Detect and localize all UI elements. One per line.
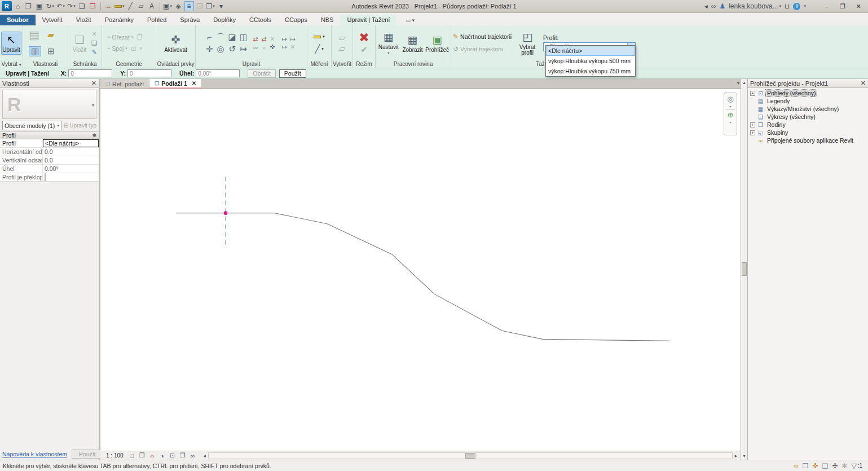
pick-path-button[interactable]: ↺ Vybrat trajektorii	[453, 44, 512, 54]
finish-edit-mode-icon[interactable]: ✔	[360, 45, 368, 54]
steering-wheel-icon[interactable]: ◎	[727, 95, 733, 103]
wall-joins-icon[interactable]: ⊡	[129, 45, 138, 53]
tag-icon[interactable]: ▱	[136, 1, 146, 11]
tab-nbs[interactable]: NBS	[314, 15, 341, 25]
chevron-down-icon[interactable]: ▾	[729, 104, 731, 108]
flip-button[interactable]: Obrátit	[248, 69, 276, 78]
tree-item-skupiny[interactable]: + ◱ Skupiny	[750, 129, 868, 137]
vertical-scrollbar[interactable]: ▴ ▾	[741, 79, 747, 460]
measure-icon[interactable]: ╱	[126, 1, 135, 11]
filter-icon[interactable]: ▽	[851, 462, 856, 470]
print-icon[interactable]: ❑	[77, 1, 87, 11]
sync-icon[interactable]: ↻▾	[45, 1, 55, 11]
delete-icon[interactable]: ✕	[288, 43, 297, 51]
dropdown-option-vykop-500[interactable]: výkop:Hloubka výkopu 500 mm	[546, 56, 635, 66]
pin-section-icon[interactable]: ✱	[92, 133, 96, 138]
expand-icon[interactable]: +	[750, 91, 755, 96]
properties-palette-icon[interactable]: ▤	[29, 30, 46, 39]
mirror-pick-axis-icon[interactable]: ◪	[228, 33, 236, 42]
activate-controls-button[interactable]: ✜ Aktivovat	[160, 33, 192, 53]
properties-apply-button[interactable]: Použít	[72, 450, 103, 459]
family-types-icon[interactable]: ▥	[29, 46, 41, 56]
pin-element-icon[interactable]: ✜	[268, 43, 277, 51]
type-properties-icon[interactable]: ⊞	[47, 47, 62, 56]
horizontal-scrollbar[interactable]: ◂ ▸	[201, 452, 739, 460]
tree-item-vykazy[interactable]: ▦ Výkazy/Množství (všechny)	[750, 105, 868, 113]
crop-view-icon[interactable]: ⊡	[169, 452, 177, 459]
cut-geometry-button[interactable]: ◔ Ořezat ▾ ❒	[107, 32, 144, 42]
trim-single-icon[interactable]: ↦	[288, 35, 297, 43]
open-icon[interactable]: ❐	[24, 1, 33, 11]
edit-type-button[interactable]: ⊞ Upravit typ	[64, 122, 96, 129]
sun-path-icon[interactable]: ☼	[148, 452, 156, 459]
scroll-up-icon[interactable]: ▴	[741, 79, 747, 86]
minimize-button[interactable]: –	[821, 2, 833, 11]
thin-lines-icon[interactable]: ≡	[184, 1, 194, 11]
zoom-icon[interactable]: ⊕	[728, 111, 734, 119]
scroll-right-icon[interactable]: ▸	[733, 453, 739, 459]
x-input[interactable]: 0	[68, 69, 112, 77]
properties-header[interactable]: Vlastnosti ✕	[0, 79, 99, 88]
text-icon[interactable]: A	[147, 1, 157, 11]
tab-sprava[interactable]: Správa	[173, 15, 206, 25]
scroll-left-icon[interactable]: ◂	[201, 453, 208, 459]
tab-cctools[interactable]: CCtools	[243, 15, 278, 25]
home-icon[interactable]: ⌂	[13, 1, 23, 11]
filter-combo[interactable]: Obecné modely (1) ▾	[2, 121, 61, 130]
properties-help-link[interactable]: Nápověda k vlastnostem	[2, 451, 67, 457]
visual-style-icon[interactable]: ❒	[138, 452, 146, 459]
cancel-edit-mode-icon[interactable]: ✖	[359, 32, 369, 44]
coping-icon[interactable]: ❒	[135, 33, 144, 42]
tab-ccapps[interactable]: CCapps	[278, 15, 314, 25]
dropdown-option-vykop-750[interactable]: výkop:Hloubka výkopu 750 mm	[546, 66, 635, 76]
account-menu[interactable]: lenka.koubova...▾	[729, 2, 781, 10]
measure-dropdown-button[interactable]: ╱ ▾	[315, 44, 324, 54]
sketch-path-button[interactable]: ✎ Načrtnout trajektorii	[453, 32, 512, 42]
customize-qat-icon[interactable]: ▾	[217, 1, 226, 11]
trim-extend-icon[interactable]: ↦	[240, 45, 248, 54]
tab-doplnky[interactable]: Doplňky	[206, 15, 243, 25]
trim-corner-icon[interactable]: ↦	[280, 35, 289, 43]
trim-multiple-icon[interactable]: ↦	[280, 43, 289, 51]
modify-button[interactable]: ↖ Upravit	[1, 32, 21, 55]
save-icon[interactable]: ▣	[34, 1, 44, 11]
set-workplane-button[interactable]: ▦ Nastavit ▾	[377, 30, 400, 56]
paste-button[interactable]: ❑ Vložit	[71, 33, 88, 53]
close-icon[interactable]: ✕	[861, 80, 866, 87]
property-value-angle[interactable]: 0.00°	[43, 165, 99, 173]
join-geometry-button[interactable]: ◔ Spoj ▾ ⊡ ▾	[107, 43, 142, 54]
scale-button[interactable]: 1 : 100	[104, 452, 126, 459]
crop-region-visibility-icon[interactable]: ❐	[179, 452, 187, 459]
split-with-gap-icon[interactable]: ⇄	[259, 35, 268, 43]
pdf-export-icon[interactable]: ❒	[88, 1, 98, 11]
view-tab-ref-podlazi[interactable]: ❐ Ref. podlaží	[100, 79, 149, 89]
restore-button[interactable]: ❐	[836, 2, 849, 11]
redo-icon[interactable]: ↷▾	[67, 1, 76, 11]
view-tab-podlazi-1[interactable]: ❐ Podlaží 1 ✕	[149, 79, 201, 89]
aligned-dimension-icon[interactable]: ↔	[104, 1, 113, 11]
worksharing-display-icon[interactable]: ∞	[794, 462, 799, 470]
dimension-dropdown-button[interactable]: ▾	[314, 32, 325, 42]
offset-icon[interactable]: ⌒	[217, 33, 225, 42]
cut-icon[interactable]: ✕	[90, 30, 99, 38]
create-similar-icon[interactable]: ▱	[339, 44, 346, 53]
match-type-icon[interactable]: ✎	[90, 48, 99, 56]
tab-upravit-tazeni[interactable]: Upravit | Tažení	[340, 15, 396, 25]
view-tab-overflow-icon[interactable]: ▾	[737, 81, 739, 86]
tab-pohled[interactable]: Pohled	[140, 15, 173, 25]
tab-poznamky[interactable]: Poznámky	[98, 15, 140, 25]
tree-item-legendy[interactable]: ▤ Legendy	[750, 97, 868, 105]
scale-icon[interactable]: ▫	[259, 43, 268, 51]
search-icon[interactable]: ∞	[711, 2, 716, 10]
design-options-icon[interactable]: ❒	[803, 462, 809, 470]
move-icon[interactable]: ✛	[206, 45, 213, 54]
tree-item-pohledy[interactable]: + ⊡ Pohledy (všechny)	[750, 89, 868, 97]
create-group-icon[interactable]: ▱	[339, 33, 346, 42]
close-button[interactable]: ✕	[852, 2, 865, 11]
help-menu-icon[interactable]: ▾	[804, 4, 806, 8]
collapse-infocenter-icon[interactable]: ◂	[704, 2, 708, 10]
select-toggles-icon[interactable]: ✣	[832, 462, 838, 470]
tree-item-vykresy[interactable]: ❏ Výkresy (všechny)	[750, 113, 868, 121]
scrollbar-thumb[interactable]	[742, 262, 747, 276]
panel-label-vybrat[interactable]: Vybrat ▾	[0, 60, 23, 68]
